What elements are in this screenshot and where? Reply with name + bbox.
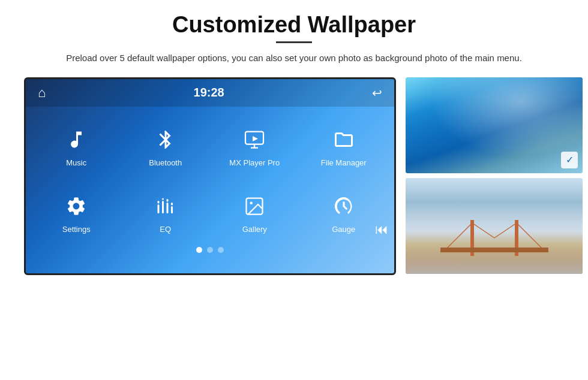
app-bluetooth[interactable]: Bluetooth [121,119,211,173]
svg-rect-4 [157,204,159,213]
svg-rect-11 [171,203,173,206]
thumbnail-ice[interactable]: ✓ [406,77,583,173]
page-description: Preload over 5 default wallpaper options… [66,52,522,65]
thumbnail-bridge[interactable] [406,178,583,274]
svg-rect-10 [171,206,173,213]
svg-line-16 [446,223,472,249]
eq-icon [151,191,181,221]
app-music-label: Music [66,158,86,167]
back-icon[interactable]: ↩ [372,86,382,100]
checkmark-badge: ✓ [561,152,578,168]
app-gallery-label: Gallery [242,225,267,234]
thumbnails-column: ✓ [406,77,583,274]
dot-2[interactable] [207,247,213,253]
title-underline [276,41,312,43]
gallery-icon [239,191,269,221]
app-eq[interactable]: EQ [121,185,211,240]
app-bluetooth-label: Bluetooth [149,158,182,167]
svg-rect-20 [440,248,548,252]
svg-rect-9 [166,199,168,202]
svg-rect-7 [162,198,164,200]
screen-time: 19:28 [194,86,224,99]
app-eq-label: EQ [160,225,171,234]
svg-line-18 [494,223,517,238]
svg-rect-6 [162,201,164,213]
svg-rect-8 [166,203,168,213]
app-music[interactable]: Music [32,119,121,173]
app-settings-label: Settings [62,225,91,234]
svg-marker-3 [253,136,258,141]
svg-rect-5 [157,201,159,204]
bridge-svg [434,214,554,262]
home-icon[interactable]: ⌂ [38,85,46,101]
bluetooth-icon [151,125,181,155]
page-title: Customized Wallpaper [172,12,416,38]
app-settings[interactable]: Settings [32,185,121,240]
settings-icon [61,191,91,221]
dot-1[interactable] [196,247,202,253]
content-row: ⌂ 19:28 ↩ Music Bluetooth [24,77,564,275]
dot-3[interactable] [218,247,224,253]
page-container: Customized Wallpaper Preload over 5 defa… [0,0,588,380]
svg-line-17 [472,223,494,238]
svg-line-19 [517,223,542,249]
screen-topbar: ⌂ 19:28 ↩ [26,79,394,107]
music-icon [61,125,91,155]
ice-overlay [406,77,583,173]
svg-point-13 [250,201,253,204]
car-screen: ⌂ 19:28 ↩ Music Bluetooth [24,77,396,275]
skip-button[interactable]: ⏮ [375,222,388,237]
